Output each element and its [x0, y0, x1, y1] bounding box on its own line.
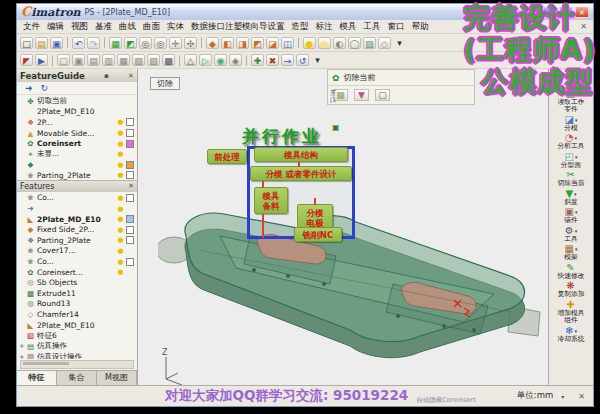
toolbar-icon[interactable]: ▤ — [35, 37, 48, 49]
mold-tool-button[interactable]: ▼ ▾ 斜度 — [549, 189, 593, 207]
viewport-3d[interactable]: 切除 ✿ 切除当前 ▩▼▢ 开 口 ▣ — [138, 69, 548, 385]
toolbar-icon[interactable]: △ — [184, 54, 197, 66]
mold-tool-button[interactable]: ◔ ▾ 分析工具 — [549, 133, 593, 151]
panel-option-icon[interactable]: ▼ — [354, 89, 369, 101]
tree-hscrollbar[interactable] — [20, 360, 134, 369]
toolbar-icon[interactable]: ▷ — [199, 54, 212, 66]
refresh-icon[interactable]: ↻ — [41, 83, 49, 93]
visibility-bulb-icon[interactable]: ● — [117, 194, 124, 202]
tree-row[interactable]: ❀ Co... ● — [19, 256, 135, 267]
tree-checkbox[interactable] — [126, 226, 134, 234]
toolbar-icon[interactable]: ◯ — [348, 37, 361, 49]
toolbar-icon[interactable]: → — [281, 54, 294, 66]
toolbar-icon[interactable]: ◪ — [266, 37, 279, 49]
tree-row[interactable]: ❀ Co... ● — [19, 193, 135, 204]
visibility-bulb-icon[interactable]: ● — [117, 236, 124, 244]
toolbar-icon[interactable]: ✚ — [251, 54, 264, 66]
menu-item[interactable]: 编辑 — [47, 21, 64, 33]
toolbar-icon[interactable] — [298, 37, 299, 48]
tree-row[interactable]: ▧ 特征6 ● — [19, 330, 135, 341]
mold-tool-button[interactable]: ◪ ▾ 分模 — [549, 115, 593, 133]
close-button[interactable]: ✕ — [575, 7, 589, 18]
visibility-bulb-icon[interactable]: ● — [117, 140, 124, 148]
tree-row[interactable]: ✦ 未显... ● — [19, 149, 135, 160]
mold-tool-button[interactable]: ✂ 切除当前 — [549, 170, 593, 188]
toolbar-icon[interactable]: ✖ — [266, 54, 279, 66]
mold-tool-button[interactable]: ❋ 复制添加 — [549, 281, 593, 299]
dropdown-arrow-icon[interactable]: ▾ — [575, 209, 578, 215]
mold-tool-button[interactable]: ❄ ▾ 冷却系统 — [549, 326, 593, 344]
tree-row[interactable]: ▲ Movable Side... ● — [19, 128, 135, 139]
tree-row[interactable]: 2Plate_MD_E10 ● — [19, 107, 135, 118]
menu-item[interactable]: 造型 — [292, 21, 309, 33]
toolbar-icon[interactable] — [104, 37, 105, 48]
toolbar-icon[interactable]: ◎ — [154, 37, 167, 49]
dropdown-arrow-icon[interactable]: ▾ — [574, 328, 577, 334]
tree-row[interactable]: ❖ Parting_2Plate ● — [19, 235, 135, 246]
menubar-close-icon[interactable]: ✕ — [580, 22, 587, 31]
panel-option-icon[interactable]: ▢ — [375, 89, 390, 101]
toolbar-icon[interactable]: ● — [318, 37, 331, 49]
toolbar-icon[interactable]: ▤ — [87, 54, 100, 66]
tree-row[interactable]: ▩ Extrude11 ● — [19, 288, 135, 299]
dropdown-arrow-icon[interactable]: ▾ — [575, 228, 578, 234]
toolbar-icon[interactable]: ▶ — [35, 54, 48, 66]
toolbar-icon[interactable]: ↺ — [296, 54, 309, 66]
minimize-button[interactable]: — — [543, 7, 557, 18]
toolbar-icon[interactable]: ◨ — [236, 37, 249, 49]
arrow-right-icon[interactable]: ➜ — [25, 83, 33, 93]
visibility-bulb-icon[interactable]: ● — [117, 247, 124, 255]
toolbar-icon[interactable]: ▢ — [57, 54, 70, 66]
panel-tab[interactable]: 集合 — [57, 371, 97, 385]
visibility-bulb-icon[interactable]: ● — [117, 129, 124, 137]
menu-item[interactable]: 基准 — [95, 21, 112, 33]
menu-item[interactable]: 实体 — [167, 21, 184, 33]
toolbar-icon[interactable]: □ — [20, 37, 33, 49]
toolbar-icon[interactable]: ◩ — [251, 37, 264, 49]
visibility-bulb-icon[interactable]: ● — [117, 118, 124, 126]
toolbar-icon[interactable]: ▾ — [311, 54, 324, 66]
tree-checkbox[interactable] — [126, 161, 134, 169]
menu-item[interactable]: 标注 — [316, 21, 333, 33]
menu-item[interactable]: 帮助 — [412, 21, 429, 33]
dropdown-arrow-icon[interactable]: ▾ — [575, 246, 578, 252]
panel-tab[interactable]: M视图 — [97, 371, 137, 385]
menu-item[interactable]: 文件 — [23, 21, 40, 33]
toolbar-icon[interactable]: ▩ — [162, 54, 175, 66]
features-close-icon[interactable]: ✕ — [128, 182, 134, 190]
toolbar-icon[interactable] — [201, 37, 202, 48]
mold-tool-button[interactable]: ▣ ▾ 镶件 — [549, 207, 593, 225]
toolbar-icon[interactable] — [67, 37, 68, 48]
tree-row[interactable]: ◆ Fixed Side_2P... ● — [19, 224, 135, 235]
visibility-bulb-icon[interactable]: ● — [117, 205, 124, 213]
maximize-button[interactable]: ▢ — [559, 7, 573, 18]
dropdown-arrow-icon[interactable]: ▾ — [575, 154, 578, 160]
tree-row[interactable]: ◍ Round13 ● — [19, 299, 135, 310]
toolbar-icon[interactable]: ◧ — [221, 37, 234, 49]
toolbar-icon[interactable]: ◐ — [333, 37, 346, 49]
tree-row[interactable]: ◣ 2Plate_MD_E10 ● — [19, 214, 135, 225]
toolbar-icon[interactable]: ▾ — [393, 37, 406, 49]
visibility-bulb-icon[interactable]: ● — [117, 150, 124, 158]
mold-tool-button[interactable]: ◰ ▾ 分型面 — [549, 152, 593, 170]
statusbar-close-icon[interactable]: ✕ — [578, 392, 585, 401]
mold-tool-button[interactable]: ✚ 增加模具 组件 — [549, 300, 593, 325]
toolbar-icon[interactable] — [179, 55, 180, 66]
pin-icon[interactable]: ▪ — [104, 72, 109, 80]
toolbar-icon[interactable]: ◫ — [281, 37, 294, 49]
toolbar-icon[interactable]: ↶ — [72, 37, 85, 49]
menu-item[interactable]: 曲面 — [143, 21, 160, 33]
tree-checkbox[interactable] — [126, 140, 134, 148]
tree-row[interactable]: + ▤ 仿真操作 ● — [19, 341, 135, 352]
tree-checkbox[interactable] — [126, 171, 134, 179]
toolbar-icon[interactable]: ◎ — [139, 37, 152, 49]
tree-checkbox[interactable] — [126, 129, 134, 137]
tree-row[interactable]: ◇ Chamfer14 ● — [19, 309, 135, 320]
menu-item[interactable]: 曲线 — [119, 21, 136, 33]
tree-checkbox[interactable] — [126, 258, 134, 266]
mold-tool-button[interactable]: ▤ 系 — [549, 70, 593, 88]
toolbar-icon[interactable]: ▨ — [363, 37, 376, 49]
mold-tool-button[interactable]: ▥ 读取工作 零件 — [549, 89, 593, 114]
toolbar-icon[interactable]: ↷ — [87, 37, 100, 49]
toolbar-icon[interactable] — [246, 55, 247, 66]
